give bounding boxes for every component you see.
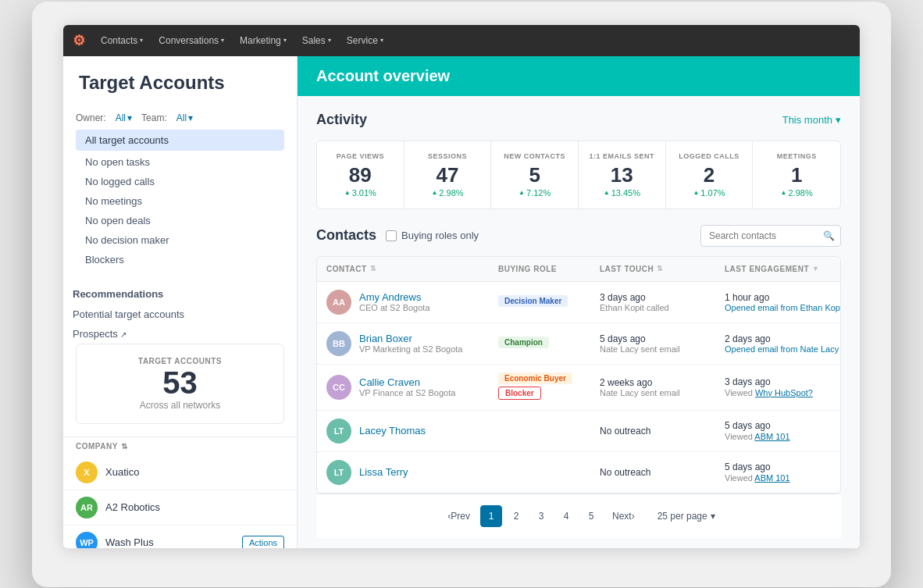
company-action-button[interactable]: Actions (242, 536, 284, 548)
last-engagement-cell: 5 days ago Viewed ABM 101 (715, 454, 841, 491)
last-engagement-cell: 2 days agoOpened email from Nate Lacy (715, 326, 841, 362)
contact-name[interactable]: Lissa Terry (359, 466, 408, 478)
per-page-select[interactable]: 25 per page ▾ (658, 511, 715, 522)
buying-role-cell: Decision Maker (489, 287, 590, 317)
filter-blockers[interactable]: Blockers (76, 250, 284, 269)
table-row: CC Callie Craven VP Finance at S2 Bogota… (317, 365, 840, 411)
last-touch-main: 2 weeks ago (600, 377, 706, 388)
page-buttons: 12345 (480, 505, 602, 527)
filter-no-open-tasks[interactable]: No open tasks (76, 152, 284, 172)
last-eng-main: 5 days ago (725, 420, 841, 431)
last-eng-link[interactable]: ABM 101 (754, 432, 789, 441)
last-touch-main: 3 days ago (600, 292, 706, 303)
metric-change: 3.01% (326, 188, 394, 198)
nav-contacts[interactable]: Contacts ▾ (94, 32, 149, 49)
contact-info: Brian Boxer VP Marketing at S2 Bogota (359, 333, 463, 354)
avatar: BB (326, 331, 351, 356)
last-engagement-cell: 3 days ago Viewed Why HubSpot? (715, 369, 841, 406)
nav-marketing[interactable]: Marketing ▾ (233, 32, 293, 49)
team-chevron-icon: ▾ (188, 112, 193, 123)
last-eng-link[interactable]: Why HubSpot? (755, 388, 813, 397)
last-touch-sub: Nate Lacy sent email (600, 388, 706, 397)
th-last-engagement: LAST ENGAGEMENT ▼ (715, 257, 841, 281)
table-row: LT Lacey Thomas No outreach 5 days ago V… (317, 411, 840, 452)
contact-sort-icon[interactable]: ⇅ (370, 265, 377, 273)
filter-no-logged-calls[interactable]: No logged calls (76, 172, 284, 191)
prev-page-button[interactable]: ‹ Prev (442, 505, 476, 527)
page-number-button[interactable]: 3 (530, 505, 552, 527)
owner-filter[interactable]: All ▾ (116, 112, 132, 123)
metrics-row: PAGE VIEWS 89 3.01% SESSIONS 47 2.98% NE… (316, 141, 841, 209)
filter-all-target-accounts[interactable]: All target accounts (76, 130, 284, 151)
buying-role-cell (489, 465, 590, 480)
search-contacts-input[interactable] (700, 225, 841, 247)
marketing-chevron-icon: ▾ (283, 37, 287, 44)
last-eng-detail: Opened email from Ethan Kopit (725, 303, 841, 312)
screen: ⚙ Contacts ▾ Conversations ▾ Marketing ▾… (63, 25, 860, 548)
last-touch-sort-icon[interactable]: ⇅ (657, 265, 664, 273)
contact-cell: AA Amy Andrews CEO at S2 Bogota (317, 282, 489, 323)
per-page-chevron-icon: ▾ (711, 511, 715, 522)
period-selector[interactable]: This month ▾ (782, 114, 841, 126)
avatar: AA (326, 290, 351, 315)
conversations-chevron-icon: ▾ (221, 37, 224, 44)
metric-value: 2 (675, 165, 743, 185)
contact-cell: BB Brian Boxer VP Marketing at S2 Bogota (317, 323, 489, 364)
nav-sales[interactable]: Sales ▾ (296, 32, 337, 49)
page-number-button[interactable]: 1 (480, 505, 502, 527)
metric-label: 1:1 EMAILS SENT (588, 152, 656, 160)
contacts-header: Contacts Buying roles only 🔍 (316, 225, 841, 247)
buying-roles-checkbox[interactable] (386, 230, 397, 241)
metric-change: 7.12% (501, 188, 568, 198)
company-list: X Xuatico AR A2 Robotics WP Wash Plus Ac… (63, 455, 297, 548)
contact-info: Callie Craven VP Finance at S2 Bogota (359, 376, 455, 397)
filter-no-open-deals[interactable]: No open deals (76, 211, 284, 230)
buying-roles-checkbox-label[interactable]: Buying roles only (386, 230, 479, 241)
contact-info: Amy Andrews CEO at S2 Bogota (359, 291, 430, 312)
last-engagement-cell: 5 days ago Viewed ABM 101 (715, 412, 841, 450)
page-number-button[interactable]: 2 (505, 505, 527, 527)
table-row: LT Lissa Terry No outreach 5 days ago Vi… (317, 452, 840, 493)
list-item[interactable]: X Xuatico (63, 455, 297, 490)
list-item[interactable]: AR A2 Robotics (63, 490, 297, 526)
contact-name[interactable]: Lacey Thomas (359, 425, 426, 437)
prospects-link[interactable]: Prospects ↗ (63, 324, 297, 344)
filter-no-meetings[interactable]: No meetings (76, 191, 284, 211)
buying-role-cell (489, 423, 590, 439)
metric-cell: PAGE VIEWS 89 3.01% (317, 141, 404, 208)
metric-cell: LOGGED CALLS 2 1.07% (666, 141, 754, 208)
contact-info: Lacey Thomas (359, 425, 426, 437)
contacts-table-body: AA Amy Andrews CEO at S2 Bogota Decision… (317, 282, 840, 493)
avatar: LT (326, 419, 351, 444)
nav-conversations[interactable]: Conversations ▾ (152, 32, 230, 49)
team-filter[interactable]: All ▾ (176, 112, 193, 123)
contact-name[interactable]: Callie Craven (359, 376, 455, 388)
page-number-button[interactable]: 5 (580, 505, 602, 527)
filter-no-decision-maker[interactable]: No decision maker (76, 230, 284, 250)
page-number-button[interactable]: 4 (555, 505, 577, 527)
th-contact: CONTACT ⇅ (317, 257, 489, 281)
contact-name[interactable]: Amy Andrews (359, 291, 430, 303)
metric-label: PAGE VIEWS (326, 152, 394, 160)
contact-name[interactable]: Brian Boxer (359, 333, 463, 344)
company-avatar: X (76, 461, 98, 483)
last-touch-sub: Nate Lacy sent email (600, 344, 706, 354)
contact-cell: LT Lissa Terry (317, 452, 489, 493)
nav-service[interactable]: Service ▾ (340, 32, 390, 49)
last-touch-main: No outreach (600, 467, 706, 478)
table-row: AA Amy Andrews CEO at S2 Bogota Decision… (317, 282, 840, 323)
last-touch-cell: 5 days ago Nate Lacy sent email (590, 326, 715, 362)
potential-target-accounts-link[interactable]: Potential target accounts (63, 305, 297, 324)
metric-label: LOGGED CALLS (675, 152, 743, 160)
company-name: Wash Plus (105, 536, 234, 548)
metric-label: NEW CONTACTS (501, 152, 568, 160)
company-name: A2 Robotics (105, 501, 284, 513)
metric-label: SESSIONS (414, 152, 482, 160)
last-eng-link[interactable]: ABM 101 (754, 473, 789, 483)
metric-change: 2.98% (762, 188, 831, 198)
list-item[interactable]: WP Wash Plus Actions (63, 526, 297, 548)
period-chevron-icon: ▾ (836, 114, 841, 126)
contact-job-title: VP Marketing at S2 Bogota (359, 344, 463, 354)
last-eng-sort-icon[interactable]: ▼ (812, 265, 819, 273)
next-page-button[interactable]: Next › (607, 505, 640, 527)
